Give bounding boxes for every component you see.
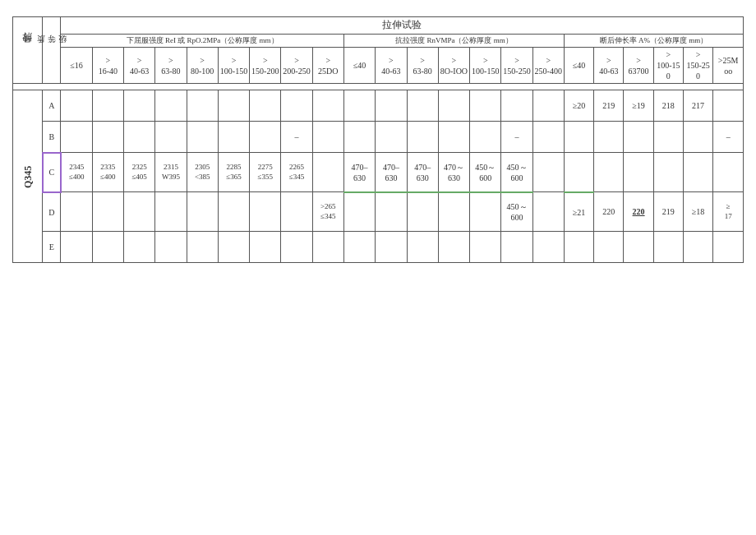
- b-tensile-3: [407, 122, 438, 153]
- grade-c-row: C 2345≤400 2335≤400 2325≤405 2315W395 23…: [13, 153, 744, 192]
- yield-t2: >16-40: [92, 48, 123, 84]
- quality-label: 质等级: [43, 17, 61, 84]
- b-elong-4: [653, 122, 683, 153]
- d-yield-2: [92, 192, 123, 232]
- b-yield-3: [123, 122, 154, 153]
- d-tensile-5: [470, 192, 501, 232]
- yield-t1: ≤16: [61, 48, 92, 84]
- a-tensile-3: [407, 90, 438, 122]
- grade-e-row: E: [13, 232, 744, 263]
- elong-t3: >63700: [624, 48, 653, 84]
- elongation-header: 断后伸长率 A%（公称厚度 mm）: [564, 34, 743, 48]
- c-elong-6: [713, 153, 744, 192]
- e-yield-4: [155, 232, 187, 263]
- b-tensile-6: –: [501, 122, 532, 153]
- d-yield-1: [61, 192, 92, 232]
- elong-t1: ≤40: [564, 48, 593, 84]
- yield-t5: >80-100: [187, 48, 218, 84]
- b-yield-7: [250, 122, 281, 153]
- c-yield-9: [312, 153, 343, 192]
- a-tensile-6: [501, 90, 532, 122]
- a-tensile-5: [470, 90, 501, 122]
- b-tensile-2: [376, 122, 407, 153]
- d-tensile-6: 450～600: [501, 192, 532, 232]
- b-elong-2: [594, 122, 624, 153]
- tensile-t7: >250-400: [532, 48, 564, 84]
- main-table: 牌号 质等级 拉伸试验 下屈服强度 ReI 或 RpO.2MPa（公称厚度 mm…: [12, 16, 744, 263]
- b-elong-5: [683, 122, 712, 153]
- b-yield-2: [92, 122, 123, 153]
- d-yield-3: [123, 192, 154, 232]
- a-yield-6: [218, 90, 249, 122]
- e-tensile-4: [438, 232, 469, 263]
- e-tensile-1: [343, 232, 375, 263]
- e-tensile-3: [407, 232, 438, 263]
- b-yield-9: [312, 122, 343, 153]
- d-elong-3: 220: [624, 192, 653, 232]
- d-tensile-3: [407, 192, 438, 232]
- c-elong-1: [564, 153, 593, 192]
- yield-t7: >150-200: [250, 48, 281, 84]
- a-tensile-4: [438, 90, 469, 122]
- tensile-t2: >40-63: [376, 48, 407, 84]
- e-tensile-7: [532, 232, 564, 263]
- grade-label: 牌号: [13, 17, 43, 84]
- e-yield-6: [218, 232, 249, 263]
- quality-e: E: [43, 232, 61, 263]
- a-yield-4: [155, 90, 187, 122]
- b-yield-1: [61, 122, 92, 153]
- grade-d-row: D >265≤345 450～600 ≥21: [13, 192, 744, 232]
- a-yield-7: [250, 90, 281, 122]
- b-tensile-7: [532, 122, 564, 153]
- a-elong-1: ≥20: [564, 90, 593, 122]
- c-yield-2: 2335≤400: [92, 153, 123, 192]
- a-yield-5: [187, 90, 218, 122]
- tensile-t4: >8O-IOO: [438, 48, 469, 84]
- e-elong-1: [564, 232, 593, 263]
- b-elong-1: [564, 122, 593, 153]
- a-yield-3: [123, 90, 154, 122]
- d-tensile-1: [343, 192, 375, 232]
- a-tensile-2: [376, 90, 407, 122]
- a-elong-5: 217: [683, 90, 712, 122]
- d-yield-6: [218, 192, 249, 232]
- e-yield-2: [92, 232, 123, 263]
- c-tensile-1: 470–630: [343, 153, 375, 192]
- yield-strength-header: 下屈服强度 ReI 或 RpO.2MPa（公称厚度 mm）: [61, 34, 344, 48]
- b-yield-4: [155, 122, 187, 153]
- c-tensile-4: 470～630: [438, 153, 469, 192]
- c-elong-5: [683, 153, 712, 192]
- elong-t4: >100-150: [653, 48, 683, 84]
- e-yield-3: [123, 232, 154, 263]
- tensile-t5: >100-150: [470, 48, 501, 84]
- quality-b: B: [43, 122, 61, 153]
- a-tensile-7: [532, 90, 564, 122]
- yield-t4: >63-80: [155, 48, 187, 84]
- e-tensile-5: [470, 232, 501, 263]
- quality-a: A: [43, 90, 61, 122]
- c-elong-2: [594, 153, 624, 192]
- a-elong-3: ≥19: [624, 90, 653, 122]
- d-elong-2: 220: [594, 192, 624, 232]
- thickness-row: ≤16 >16-40 >40-63 >63-80 >80-100 >100-15…: [13, 48, 744, 84]
- b-elong-3: [624, 122, 653, 153]
- tensile-t3: >63-80: [407, 48, 438, 84]
- c-yield-5: 2305<385: [187, 153, 218, 192]
- e-elong-4: [653, 232, 683, 263]
- tensile-t6: >150-250: [501, 48, 532, 84]
- c-tensile-3: 470–630: [407, 153, 438, 192]
- b-yield-8: –: [281, 122, 312, 153]
- quality-d: D: [43, 192, 61, 232]
- d-yield-5: [187, 192, 218, 232]
- elong-t6: >25Moo: [713, 48, 744, 84]
- e-yield-5: [187, 232, 218, 263]
- c-yield-1: 2345≤400: [61, 153, 92, 192]
- c-yield-6: 2285≤365: [218, 153, 249, 192]
- a-yield-8: [281, 90, 312, 122]
- elong-t5: >150-250: [683, 48, 712, 84]
- a-elong-2: 219: [594, 90, 624, 122]
- e-yield-8: [281, 232, 312, 263]
- e-elong-5: [683, 232, 712, 263]
- tensile-test-header: 拉伸试验: [61, 17, 744, 35]
- c-elong-4: [653, 153, 683, 192]
